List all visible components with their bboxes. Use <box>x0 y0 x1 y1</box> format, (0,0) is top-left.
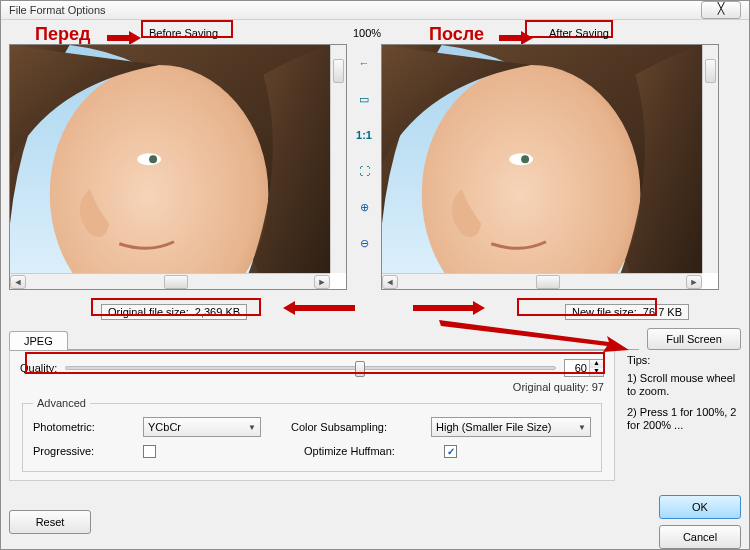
preview-after-vscroll[interactable] <box>702 45 718 273</box>
quality-slider-thumb[interactable] <box>355 361 365 377</box>
subsampling-label: Color Subsampling: <box>291 421 431 433</box>
full-screen-button[interactable]: Full Screen <box>647 328 741 350</box>
chevron-down-icon: ▼ <box>248 423 256 432</box>
svg-point-9 <box>521 155 529 163</box>
advanced-group: Advanced Photometric: YCbCr▼ Color Subsa… <box>22 397 602 472</box>
after-saving-label: After Saving <box>549 27 609 39</box>
cancel-button[interactable]: Cancel <box>659 525 741 549</box>
titlebar[interactable]: File Format Options ╳ <box>1 1 749 20</box>
svg-point-8 <box>509 153 533 165</box>
tips-line1: 1) Scroll mouse wheel to zoom. <box>627 372 741 398</box>
close-button[interactable]: ╳ <box>701 1 741 19</box>
huffman-checkbox[interactable] <box>444 445 457 458</box>
quality-spinner[interactable]: ▲▼ <box>564 359 604 377</box>
preview-before-vscroll[interactable] <box>330 45 346 273</box>
photometric-select[interactable]: YCbCr▼ <box>143 417 261 437</box>
quality-slider[interactable] <box>65 366 556 370</box>
subsampling-select[interactable]: High (Smaller File Size)▼ <box>431 417 591 437</box>
file-format-options-dialog: File Format Options ╳ Перед После Before… <box>0 0 750 550</box>
huffman-label: Optimize Huffman: <box>304 445 444 457</box>
preview-after[interactable]: ◄► <box>381 44 719 290</box>
original-file-size: Original file size: 2,369 KB <box>101 304 247 320</box>
center-toolstrip: ← ▭ 1:1 ⛶ ⊕ ⊖ <box>347 44 381 254</box>
photometric-label: Photometric: <box>33 421 143 433</box>
reset-button[interactable]: Reset <box>9 510 91 534</box>
nav-back-icon[interactable]: ← <box>353 52 375 74</box>
original-quality: Original quality: 97 <box>20 381 604 393</box>
new-file-size: New file size: 76.7 KB <box>565 304 689 320</box>
zoom-in-icon[interactable]: ⊕ <box>353 196 375 218</box>
before-saving-label: Before Saving <box>149 27 218 39</box>
progressive-label: Progressive: <box>33 445 143 457</box>
jpeg-panel: Quality: ▲▼ Original quality: 97 Advance… <box>9 350 615 481</box>
fit-screen-icon[interactable]: ⛶ <box>353 160 375 182</box>
quality-input[interactable] <box>565 362 589 374</box>
actual-size-icon[interactable]: 1:1 <box>353 124 375 146</box>
advanced-legend: Advanced <box>33 397 90 409</box>
chevron-down-icon: ▼ <box>578 423 586 432</box>
tips-panel: Tips: 1) Scroll mouse wheel to zoom. 2) … <box>623 350 741 481</box>
zoom-out-icon[interactable]: ⊖ <box>353 232 375 254</box>
window-title: File Format Options <box>9 4 701 16</box>
quality-label: Quality: <box>20 362 57 374</box>
preview-before-hscroll[interactable]: ◄► <box>10 273 330 289</box>
quality-spin-down[interactable]: ▼ <box>590 368 603 376</box>
progressive-checkbox[interactable] <box>143 445 156 458</box>
preview-after-image <box>382 45 702 274</box>
fit-window-icon[interactable]: ▭ <box>353 88 375 110</box>
tips-line2: 2) Press 1 for 100%, 2 for 200% ... <box>627 406 741 432</box>
ok-button[interactable]: OK <box>659 495 741 519</box>
tips-heading: Tips: <box>627 354 741 366</box>
preview-before[interactable]: ◄► <box>9 44 347 290</box>
svg-point-5 <box>149 155 157 163</box>
tab-jpeg[interactable]: JPEG <box>9 331 68 350</box>
preview-after-hscroll[interactable]: ◄► <box>382 273 702 289</box>
preview-before-image <box>10 45 330 274</box>
zoom-percent: 100% <box>353 27 381 39</box>
